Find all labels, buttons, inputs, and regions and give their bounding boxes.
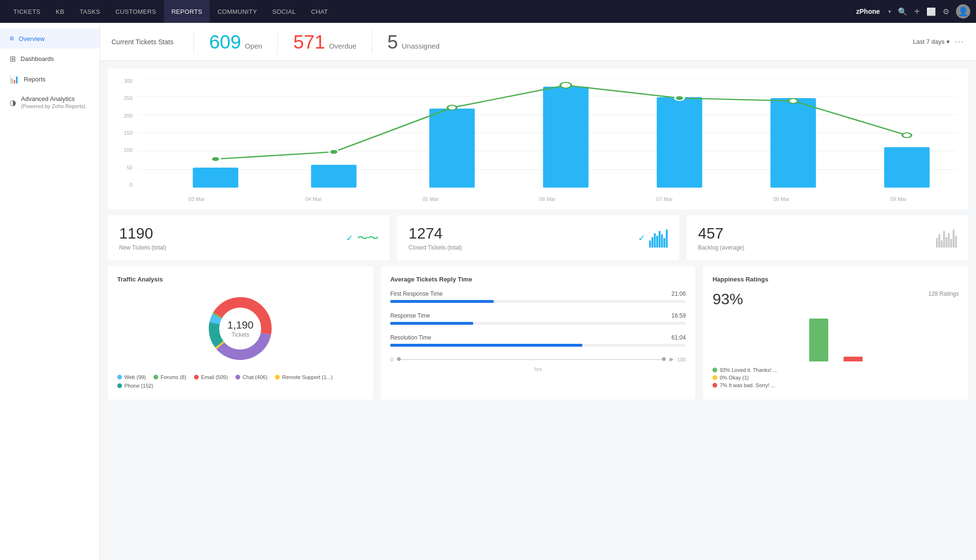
open-label: Open bbox=[245, 42, 263, 50]
happiness-header: 93% 128 Ratings bbox=[712, 290, 959, 308]
chart-x-labels: 03 Mar 04 Mar 05 Mar 06 Mar 07 Mar 08 Ma… bbox=[138, 196, 957, 202]
reply-rows: First Response Time 21:06 Response Time … bbox=[390, 290, 686, 347]
reply-unit: hrs bbox=[390, 366, 686, 372]
check-icon-2: ✓ bbox=[638, 233, 645, 243]
legend-item: Chat (406) bbox=[235, 374, 267, 380]
donut-label: Tickets bbox=[227, 331, 254, 338]
stats-right: Last 7 days ▾ ··· bbox=[913, 37, 965, 47]
nav-item-reports[interactable]: REPORTS bbox=[164, 0, 210, 23]
svg-rect-13 bbox=[884, 147, 929, 188]
unassigned-number: 5 bbox=[387, 32, 398, 51]
unassigned-label: Unassigned bbox=[402, 42, 439, 50]
more-button[interactable]: ··· bbox=[955, 37, 965, 47]
topnav-right: zPhone ▾ 🔍 + ⬜ ⚙ 👤 bbox=[856, 4, 970, 19]
donut-number: 1,190 bbox=[227, 319, 254, 331]
settings-icon[interactable]: ⚙ bbox=[943, 7, 949, 16]
share-icon[interactable]: ⬜ bbox=[926, 7, 936, 16]
sidebar-item-advanced-analytics[interactable]: ◑ Advanced Analytics(Powered by Zoho Rep… bbox=[0, 90, 100, 115]
svg-point-16 bbox=[447, 105, 457, 110]
happy-legend-item: 7% It was bad. Sorry! ... bbox=[712, 382, 959, 388]
sidebar-item-reports[interactable]: 📊 Reports bbox=[0, 69, 100, 90]
search-icon[interactable]: 🔍 bbox=[898, 7, 907, 16]
stats-header: Current Tickets Stats 609 Open 571 Overd… bbox=[100, 23, 976, 61]
svg-rect-9 bbox=[429, 109, 475, 188]
reply-row: First Response Time 21:06 bbox=[390, 290, 686, 303]
happiness-percent: 93% bbox=[712, 290, 743, 308]
svg-point-20 bbox=[902, 133, 911, 138]
slider-arrow-right[interactable]: ▶ bbox=[670, 356, 673, 362]
loved-bar bbox=[809, 319, 828, 361]
overdue-stat: 571 Overdue bbox=[293, 32, 356, 51]
happy-legend-item: 0% Okay (1) bbox=[712, 375, 959, 380]
stat-cards: 1190 New Tickets (total) ✓ 〜〜 1274 Close… bbox=[108, 215, 968, 260]
legend-item: Phone (152) bbox=[117, 383, 153, 389]
svg-rect-12 bbox=[771, 98, 816, 188]
backlog-label: Backlog (average) bbox=[698, 244, 744, 251]
reply-panel: Average Tickets Reply Time First Respons… bbox=[381, 266, 695, 400]
nav-item-community[interactable]: COMMUNITY bbox=[210, 0, 264, 23]
new-tickets-number: 1190 bbox=[119, 225, 166, 242]
backlog-card: 457 Backlog (average) bbox=[687, 215, 968, 260]
mini-chart-gray bbox=[936, 229, 957, 248]
traffic-legend: Web (99) Forums (8) Email (509) Chat (40… bbox=[117, 374, 364, 389]
closed-tickets-label: Closed Tickets (total) bbox=[408, 244, 462, 251]
sidebar: ≡ Overview⊞ Dashboards📊 Reports◑ Advance… bbox=[0, 23, 100, 560]
slider-thumb-left[interactable] bbox=[397, 357, 401, 361]
slider-thumb-right[interactable] bbox=[662, 357, 666, 361]
legend-item: Remote Support (1...) bbox=[275, 374, 333, 380]
svg-rect-10 bbox=[543, 87, 588, 188]
new-tickets-label: New Tickets (total) bbox=[119, 244, 166, 251]
svg-rect-11 bbox=[657, 97, 702, 188]
avatar[interactable]: 👤 bbox=[956, 4, 970, 19]
svg-point-17 bbox=[560, 82, 571, 88]
happiness-legend: 93% Loved it. Thanks! ... 0% Okay (1) 7%… bbox=[712, 367, 959, 388]
nav-item-customers[interactable]: CUSTOMERS bbox=[108, 0, 164, 23]
svg-point-14 bbox=[211, 157, 220, 161]
svg-rect-7 bbox=[193, 168, 238, 188]
chart-inner bbox=[138, 78, 957, 188]
new-tickets-card: 1190 New Tickets (total) ✓ 〜〜 bbox=[108, 215, 389, 260]
happy-legend-item: 93% Loved it. Thanks! ... bbox=[712, 367, 959, 373]
traffic-title: Traffic Analysis bbox=[117, 276, 364, 283]
chart-container: 300 250 200 150 100 50 0 bbox=[119, 78, 957, 202]
chart-svg bbox=[138, 78, 957, 188]
date-filter[interactable]: Last 7 days ▾ bbox=[913, 38, 950, 45]
wavy-icon: 〜〜 bbox=[357, 230, 378, 246]
donut-chart: 1,190 Tickets bbox=[202, 290, 278, 367]
nav-item-tasks[interactable]: TASKS bbox=[72, 0, 108, 23]
svg-point-19 bbox=[789, 99, 798, 103]
closed-tickets-card: 1274 Closed Tickets (total) ✓ bbox=[397, 215, 679, 260]
brand-name: zPhone bbox=[856, 8, 880, 15]
nav-item-kb[interactable]: KB bbox=[48, 0, 72, 23]
open-stat: 609 Open bbox=[209, 32, 262, 51]
reply-row: Resolution Time 61:04 bbox=[390, 334, 686, 347]
sidebar-item-overview[interactable]: ≡ Overview bbox=[0, 29, 100, 49]
sidebar-item-dashboards[interactable]: ⊞ Dashboards bbox=[0, 49, 100, 69]
bad-bar bbox=[844, 357, 863, 361]
legend-item: Web (99) bbox=[117, 374, 146, 380]
svg-rect-8 bbox=[311, 165, 356, 188]
brand-caret[interactable]: ▾ bbox=[888, 9, 891, 15]
reply-slider[interactable]: 0 ▶ 100 bbox=[390, 356, 686, 362]
add-icon[interactable]: + bbox=[914, 6, 920, 17]
legend-item: Forums (8) bbox=[153, 374, 186, 380]
happiness-panel: Happiness Ratings 93% 128 Ratings 93% Lo… bbox=[703, 266, 968, 400]
happiness-ratings: 128 Ratings bbox=[928, 290, 959, 297]
reply-title: Average Tickets Reply Time bbox=[390, 276, 686, 283]
reply-row: Response Time 16:59 bbox=[390, 312, 686, 325]
backlog-number: 457 bbox=[698, 225, 744, 242]
donut-container: 1,190 Tickets bbox=[117, 290, 364, 367]
happiness-title: Happiness Ratings bbox=[712, 276, 959, 283]
unassigned-stat: 5 Unassigned bbox=[387, 32, 439, 51]
legend-item: Email (509) bbox=[194, 374, 228, 380]
overdue-label: Overdue bbox=[329, 42, 356, 50]
nav-item-tickets[interactable]: TICKETS bbox=[6, 0, 48, 23]
nav-item-social[interactable]: SOCIAL bbox=[264, 0, 303, 23]
overdue-number: 571 bbox=[293, 32, 325, 51]
nav-item-chat[interactable]: CHAT bbox=[304, 0, 336, 23]
bottom-panels: Traffic Analysis bbox=[108, 266, 968, 400]
mini-chart-bars bbox=[649, 229, 668, 248]
donut-center: 1,190 Tickets bbox=[227, 319, 254, 338]
svg-point-18 bbox=[675, 96, 684, 100]
stats-title: Current Tickets Stats bbox=[112, 38, 178, 46]
